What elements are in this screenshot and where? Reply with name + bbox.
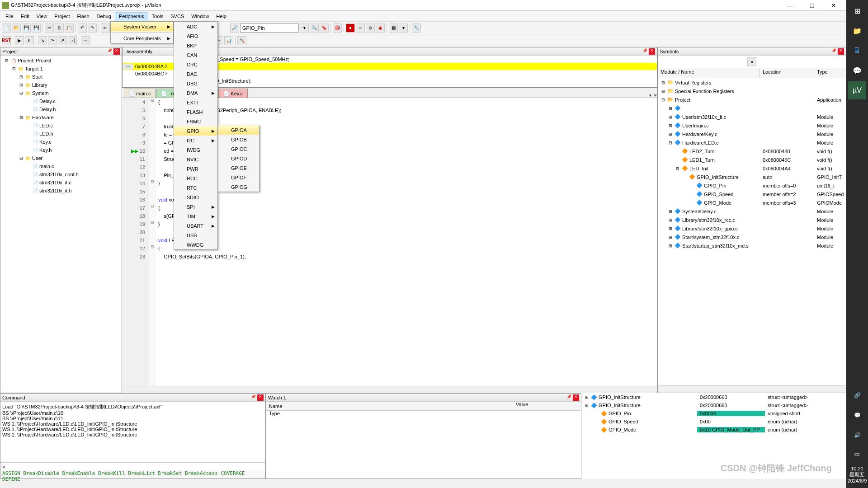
- uvision-icon[interactable]: µV: [848, 81, 866, 99]
- symbol-row[interactable]: ⊞🔷System/Delay.cModule: [658, 207, 846, 216]
- menu-svcs[interactable]: SVCS: [167, 13, 188, 20]
- window-icon[interactable]: ▦: [389, 23, 398, 33]
- menu-view[interactable]: View: [33, 13, 51, 20]
- h-scrollbar[interactable]: [122, 386, 657, 393]
- show-next-icon[interactable]: ⇨: [81, 36, 90, 45]
- menu-gpioe[interactable]: GPIOE: [218, 163, 259, 173]
- bp-clear-icon[interactable]: ⊘: [366, 23, 375, 33]
- menu-gpiog[interactable]: GPIOG: [218, 182, 259, 192]
- col-location[interactable]: Location: [760, 68, 814, 78]
- menu-rtc[interactable]: RTC: [174, 183, 217, 192]
- menu-flash[interactable]: FLASH: [174, 107, 217, 117]
- open-icon[interactable]: 📂: [12, 23, 21, 33]
- link-icon[interactable]: 🔗: [848, 386, 866, 404]
- pin-icon[interactable]: 📌: [642, 48, 648, 55]
- symbol-row[interactable]: ⊟🔷Hardware/LED.cModule: [658, 138, 846, 147]
- menu-tim[interactable]: TIM▶: [174, 211, 217, 221]
- symbol-row[interactable]: 🔶LED2_Turn0x08000480void f(): [658, 147, 846, 155]
- menu-gpiod[interactable]: GPIOD: [218, 154, 259, 163]
- command-output[interactable]: Load "G:\\STM32Project-backup\\3-4 按键控制L…: [0, 402, 265, 462]
- watch-row[interactable]: 🔶GPIO_Speed0x00enum (uchar): [581, 418, 846, 426]
- col-type[interactable]: Type: [266, 411, 348, 416]
- menu-adc[interactable]: ADC▶: [174, 22, 217, 31]
- symbol-row[interactable]: 🔶LED1_Turn0x0800045Cvoid f(): [658, 155, 846, 164]
- close-button[interactable]: ✕: [826, 2, 842, 9]
- taskbar-clock[interactable]: 10:21 星期五 2024/8/9: [848, 466, 867, 488]
- find-icon[interactable]: 🔎: [230, 23, 239, 33]
- menu-iwdg[interactable]: IWDG: [174, 145, 217, 155]
- volume-icon[interactable]: 🔊: [848, 426, 866, 444]
- redo-icon[interactable]: ↷: [88, 23, 97, 33]
- symbol-row[interactable]: ⊞🔷Library/stm32f10x_rcc.cModule: [658, 216, 846, 224]
- ime-icon[interactable]: 中: [848, 446, 866, 464]
- menu-dbg[interactable]: DBG: [174, 79, 217, 88]
- wechat-icon[interactable]: 💬: [848, 61, 866, 80]
- menu-afio[interactable]: AFIO: [174, 31, 217, 41]
- menu-gpio[interactable]: GPIO▶: [174, 126, 217, 136]
- menu-sdio[interactable]: SDIO: [174, 192, 217, 202]
- find-input[interactable]: [240, 23, 299, 33]
- tree-node[interactable]: 📄main.c: [1, 162, 121, 170]
- menu-help[interactable]: Help: [212, 13, 230, 20]
- symbol-row[interactable]: 🔷GPIO_Speedmember offs=2GPIOSpeed: [658, 190, 846, 198]
- menu-i2c[interactable]: I2C▶: [174, 136, 217, 145]
- tree-node[interactable]: 📄stm32f10x_it.h: [1, 187, 121, 195]
- menu-gpioa[interactable]: GPIOA: [218, 125, 259, 135]
- symbol-row[interactable]: 🔶GPIO_InitStructureautoGPIO_InitT: [658, 173, 846, 181]
- symbol-row[interactable]: ⊞🔷Library/stm32f10x_gpio.cModule: [658, 224, 846, 233]
- watch-row[interactable]: ⊟🔷GPIO_InitStructure0x20000660struct <un…: [581, 401, 846, 409]
- dropdown-icon[interactable]: ▾: [747, 57, 756, 66]
- watch-row[interactable]: ⊞🔷GPIO_InitStructure0x20000660struct <un…: [581, 393, 846, 401]
- symbol-row[interactable]: ⊞📁Special Function Registers: [658, 87, 846, 95]
- menu-wwdg[interactable]: WWDG: [174, 240, 217, 249]
- symbol-row[interactable]: ⊞🔷Start/startup_stm32f10x_md.sModule: [658, 241, 846, 250]
- menu-gpiob[interactable]: GPIOB: [218, 135, 259, 144]
- menu-file[interactable]: File: [2, 13, 17, 20]
- step-in-icon[interactable]: ↘: [38, 36, 47, 45]
- tree-node[interactable]: 📄Key.h: [1, 146, 121, 154]
- menu-can[interactable]: CAN: [174, 50, 217, 60]
- symbols-body[interactable]: ⊞📁Virtual Registers⊞📁Special Function Re…: [658, 78, 846, 385]
- save-icon[interactable]: 💾: [22, 23, 31, 33]
- menu-debug[interactable]: Debug: [93, 13, 115, 20]
- tree-node[interactable]: 📄Delay.h: [1, 105, 121, 113]
- stop-run-icon[interactable]: ⏸: [25, 36, 34, 45]
- menu-pwr[interactable]: PWR: [174, 164, 217, 174]
- menu-exti[interactable]: EXTI: [174, 98, 217, 107]
- menu-spi[interactable]: SPI▶: [174, 202, 217, 211]
- tree-node[interactable]: ⊟📁System: [1, 89, 121, 97]
- tree-node[interactable]: ⊟📋Project: Project: [1, 56, 121, 65]
- symbol-row[interactable]: 🔷GPIO_Pinmember offs=0uint16_t: [658, 181, 846, 190]
- tree-node[interactable]: 📄stm32f10x_it.c: [1, 178, 121, 187]
- tree-node[interactable]: ⊟📁Hardware: [1, 113, 121, 122]
- menu-rcc[interactable]: RCC: [174, 174, 217, 183]
- col-name[interactable]: Name: [266, 402, 513, 410]
- menu-usart[interactable]: USART▶: [174, 221, 217, 230]
- close-icon[interactable]: ✕: [649, 48, 655, 55]
- menu-system-viewer[interactable]: System Viewer▶: [111, 22, 173, 31]
- close-icon[interactable]: ✕: [838, 48, 844, 55]
- tree-node[interactable]: ⊞📁Start: [1, 73, 121, 81]
- menu-dma[interactable]: DMA▶: [174, 88, 217, 98]
- menu-core-peripherals[interactable]: Core Peripherals▶: [111, 33, 173, 43]
- pin-icon[interactable]: 📌: [250, 394, 256, 401]
- close-icon[interactable]: ✕: [573, 394, 579, 401]
- stop-icon[interactable]: ●: [346, 23, 355, 33]
- indent-icon[interactable]: ⇤: [101, 23, 110, 33]
- col-type[interactable]: Type: [814, 68, 846, 78]
- menu-usb[interactable]: USB: [174, 230, 217, 240]
- tree-node[interactable]: 📄LED.h: [1, 130, 121, 138]
- run-icon[interactable]: ▶: [15, 36, 24, 45]
- menu-crc[interactable]: CRC: [174, 60, 217, 69]
- tab-main-c[interactable]: 📄main.c: [124, 89, 156, 98]
- menu-bkp[interactable]: BKP: [174, 41, 217, 50]
- run-to-cursor-icon[interactable]: →|: [68, 36, 77, 45]
- scope-icon[interactable]: 📊: [224, 36, 233, 45]
- menu-fsmc[interactable]: FSMC: [174, 117, 217, 126]
- symbol-row[interactable]: 🔷GPIO_Modemember offs=3GPIOMode: [658, 198, 846, 207]
- tree-node[interactable]: 📄LED.c: [1, 122, 121, 130]
- menu-peripherals[interactable]: Peripherals: [115, 12, 148, 20]
- paste-icon[interactable]: 📋: [65, 23, 74, 33]
- debug-icon[interactable]: 🎯: [333, 23, 342, 33]
- symbol-row[interactable]: ⊞🔷: [658, 104, 846, 113]
